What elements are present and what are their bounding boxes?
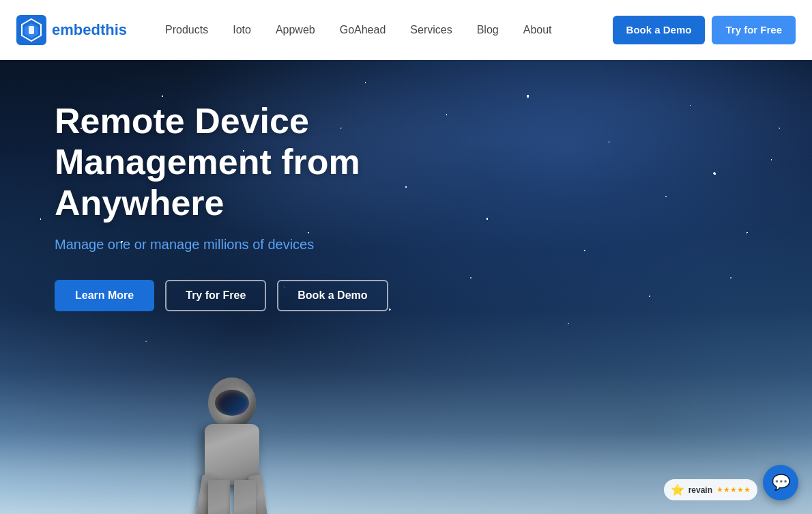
hero-subtitle: Manage one or manage millions of devices (55, 237, 478, 253)
navbar: embedthis Products Ioto Appweb GoAhead S… (0, 0, 812, 60)
astronaut-legs (205, 480, 259, 514)
nav-item-ioto[interactable]: Ioto (222, 18, 262, 42)
try-free-hero-button[interactable]: Try for Free (165, 280, 266, 311)
chat-widget[interactable]: 💬 (763, 465, 798, 500)
astronaut-leg-left (208, 480, 230, 514)
nav-item-blog[interactable]: Blog (466, 18, 510, 42)
hero-content: Remote Device Management from Anywhere M… (55, 101, 478, 311)
astronaut-torso (205, 424, 259, 485)
hero-section: Remote Device Management from Anywhere M… (0, 60, 812, 514)
astronaut-leg-right (234, 480, 256, 514)
book-demo-hero-button[interactable]: Book a Demo (277, 280, 388, 311)
revain-icon: ⭐ (671, 483, 684, 496)
chat-icon: 💬 (772, 474, 790, 491)
revain-label: revain (688, 485, 712, 495)
hero-buttons: Learn More Try for Free Book a Demo (55, 280, 478, 311)
nav-item-appweb[interactable]: Appweb (265, 18, 326, 42)
nav-try-free-button[interactable]: Try for Free (712, 16, 796, 44)
nav-item-products[interactable]: Products (154, 18, 219, 42)
astronaut-figure (164, 282, 300, 514)
nav-item-services[interactable]: Services (399, 18, 463, 42)
nav-buttons: Book a Demo Try for Free (613, 16, 796, 44)
learn-more-button[interactable]: Learn More (55, 280, 154, 311)
astronaut-body (201, 377, 263, 500)
logo-text: embedthis (52, 21, 127, 39)
astronaut-visor (215, 390, 249, 416)
nav-links: Products Ioto Appweb GoAhead Services Bl… (154, 18, 613, 42)
hero-title: Remote Device Management from Anywhere (55, 101, 478, 223)
logo[interactable]: embedthis (16, 15, 127, 45)
revain-stars: ★★★★★ (716, 485, 751, 494)
svg-rect-3 (29, 26, 34, 34)
logo-icon (16, 15, 46, 45)
nav-book-demo-button[interactable]: Book a Demo (613, 16, 706, 44)
nav-item-goahead[interactable]: GoAhead (329, 18, 397, 42)
astronaut-helmet (208, 377, 256, 429)
revain-badge[interactable]: ⭐ revain ★★★★★ (664, 479, 757, 500)
nav-item-about[interactable]: About (512, 18, 563, 42)
